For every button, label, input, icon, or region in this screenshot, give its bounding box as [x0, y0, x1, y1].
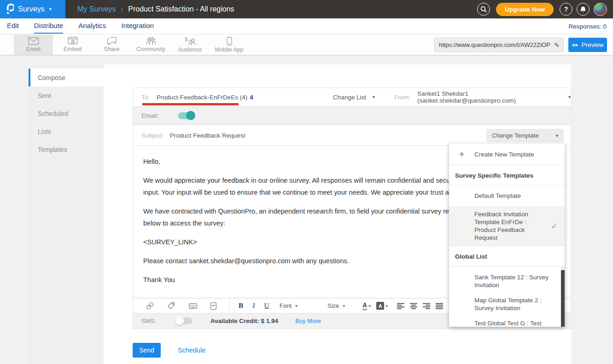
editor-insert-group: [133, 299, 230, 313]
product-menu-label: Surveys: [18, 5, 45, 13]
tab-analytics[interactable]: Analytics: [78, 22, 106, 34]
tab-edit[interactable]: Edit: [7, 22, 19, 34]
to-list-value[interactable]: Product-Feedback-EnFrDeEs (4): [157, 94, 247, 101]
insert-link-icon[interactable]: [146, 302, 154, 310]
notifications-button[interactable]: [577, 3, 590, 16]
survey-url-field[interactable]: https://www.questionpro.com/t/AW22ZiOP ✎: [434, 38, 564, 52]
breadcrumb-separator-icon: ›: [121, 6, 123, 13]
breadcrumb-my-surveys[interactable]: My Surveys: [77, 5, 116, 13]
merge-tag-icon[interactable]: [167, 302, 175, 310]
email-toggle[interactable]: [178, 112, 194, 119]
channel-tab-label: Share: [104, 46, 119, 52]
check-icon: ✓: [551, 222, 558, 230]
font-select-label: Font: [280, 302, 292, 309]
align-right-icon[interactable]: [423, 302, 430, 310]
envelope-icon: [28, 37, 39, 45]
user-avatar[interactable]: [594, 3, 607, 16]
from-sender-dropdown[interactable]: Sanket1 Shekdar1 (sanket.shekdar@questio…: [417, 90, 571, 104]
toggle-knob: [186, 111, 195, 120]
browser-gear-icon: [68, 37, 78, 45]
change-template-label: Change Template: [492, 132, 539, 139]
change-template-dropdown: + Create New Template Survey Specific Te…: [449, 144, 565, 327]
to-label: To:: [141, 94, 150, 101]
preview-button[interactable]: Preview: [568, 38, 607, 52]
search-button[interactable]: [477, 3, 490, 16]
product-switcher[interactable]: Surveys ▾: [0, 0, 65, 18]
create-new-template-item[interactable]: + Create New Template: [449, 144, 565, 165]
size-select-label: Size: [327, 302, 339, 309]
bold-button[interactable]: B: [234, 302, 247, 310]
align-center-icon[interactable]: [410, 302, 417, 310]
underline-button[interactable]: U: [260, 302, 273, 310]
channel-tab-embed[interactable]: Embed: [53, 35, 92, 55]
template-item-global[interactable]: Sank Template 12 : Survey Invitation: [449, 273, 565, 289]
text-color-button[interactable]: A ▾: [362, 302, 371, 310]
sidebar-item-sent[interactable]: Sent: [29, 87, 104, 104]
search-icon: [480, 6, 487, 12]
subject-label: Subject:: [141, 132, 164, 139]
template-item-default[interactable]: Default Template: [449, 185, 565, 206]
sidebar-item-compose[interactable]: Compose: [29, 69, 104, 87]
available-credit: Available Credit: $ 1.94: [210, 318, 278, 324]
global-list-header: Global List: [449, 246, 565, 266]
chevron-down-icon: ▾: [556, 133, 558, 138]
align-left-icon[interactable]: [397, 302, 404, 310]
to-underline-bar: [142, 103, 239, 105]
template-item-global[interactable]: Map Global Template 2 : Survey Invitatio…: [449, 296, 565, 312]
send-button[interactable]: Send: [133, 343, 161, 358]
channel-tab-community[interactable]: Community: [131, 35, 170, 55]
tab-distribute[interactable]: Distribute: [34, 22, 63, 34]
italic-button[interactable]: I: [247, 302, 260, 310]
responses-count: Responses: 0: [568, 23, 613, 34]
send-actions: Send Schedule: [133, 343, 205, 358]
help-button[interactable]: ?: [560, 3, 572, 16]
chevron-down-icon: ▾: [385, 304, 388, 308]
font-family-select[interactable]: Font ▾: [280, 302, 322, 309]
change-template-button[interactable]: Change Template ▾: [486, 129, 564, 142]
highlight-color-button[interactable]: A ▾: [376, 302, 388, 310]
tab-integration[interactable]: Integration: [121, 22, 154, 34]
plus-icon: +: [449, 149, 474, 159]
scrollbar-track[interactable]: [561, 266, 565, 327]
keyboard-icon[interactable]: [189, 303, 197, 309]
test-email-icon[interactable]: [210, 302, 216, 310]
chevron-down-icon: ▾: [568, 95, 571, 99]
to-recipient-count: 4: [250, 94, 253, 101]
channel-tab-share[interactable]: Share: [92, 35, 131, 55]
subject-value[interactable]: Product Feedback Request: [170, 132, 245, 139]
template-item-selected[interactable]: Feedback Invitation Template EnFrDe : Pr…: [449, 206, 565, 246]
channel-tab-mobile-app[interactable]: Mobile App: [210, 35, 249, 55]
survey-specific-templates-header: Survey Specific Templates: [449, 165, 565, 185]
align-justify-icon[interactable]: [436, 302, 443, 310]
change-list-dropdown[interactable]: Change List ▾: [333, 94, 375, 101]
edit-url-pencil-icon[interactable]: ✎: [550, 41, 563, 49]
mobile-phone-icon: [227, 37, 232, 46]
channel-tab-email[interactable]: Email: [14, 35, 53, 55]
sms-toggle[interactable]: [176, 318, 192, 324]
sidebar-item-templates[interactable]: Templates: [29, 140, 104, 158]
survey-url-value[interactable]: https://www.questionpro.com/t/AW22ZiOP: [435, 41, 550, 48]
subject-row: Subject: Product Feedback Request Change…: [133, 125, 571, 146]
channel-tab-audience[interactable]: $ Audience: [170, 35, 210, 55]
questionpro-logo-icon: [6, 3, 14, 15]
create-new-template-label: Create New Template: [474, 151, 534, 158]
schedule-link[interactable]: Schedule: [178, 347, 205, 354]
font-size-select[interactable]: Size ▾: [327, 302, 356, 309]
channel-tab-label: Audience: [178, 46, 202, 53]
sidebar-item-lists[interactable]: Lists: [29, 122, 104, 140]
breadcrumb: My Surveys › Product Satisfaction - All …: [77, 5, 234, 13]
buy-more-link[interactable]: Buy More: [295, 318, 321, 324]
change-list-label: Change List: [333, 94, 366, 101]
upgrade-now-button[interactable]: Upgrade Now: [496, 3, 554, 16]
channel-tab-label: Embed: [64, 46, 82, 52]
channel-tab-label: Mobile App: [215, 46, 244, 53]
toggle-knob: [175, 316, 184, 325]
scrollbar-thumb[interactable]: [561, 270, 565, 327]
people-group-icon: [146, 37, 157, 45]
email-sidebar: Compose Sent Scheduled Lists Templates: [29, 64, 104, 364]
recipients-row: To: Product-Feedback-EnFrDeEs (4) 4 Chan…: [133, 87, 571, 107]
email-toggle-label: Email:: [141, 112, 159, 119]
preview-label: Preview: [581, 41, 603, 48]
template-item-global[interactable]: Test Global Test G : Test RAA G: [449, 319, 565, 327]
sidebar-item-scheduled[interactable]: Scheduled: [29, 104, 104, 122]
